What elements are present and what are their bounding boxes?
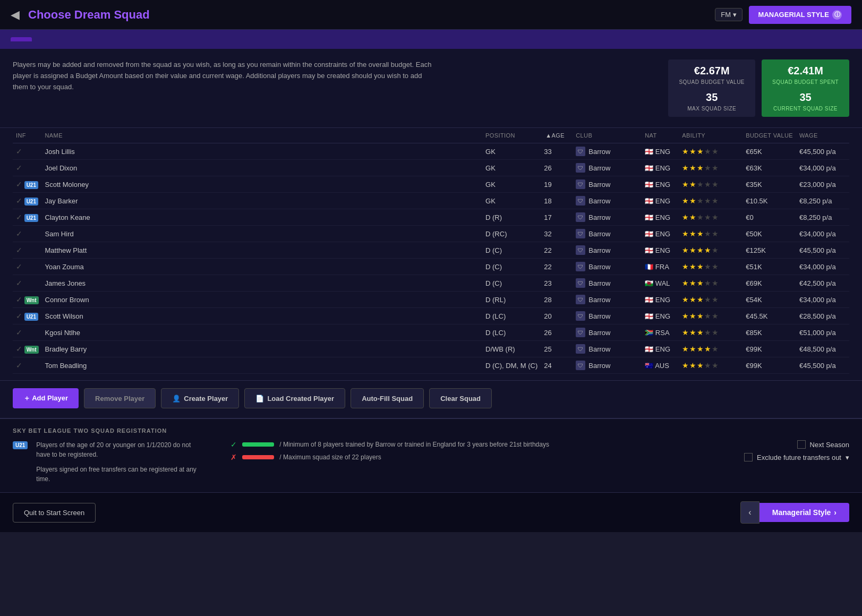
player-budget-value: €65K — [742, 143, 796, 160]
col-header-ability[interactable]: ABILITY — [679, 128, 742, 143]
sub-bar-tab[interactable] — [11, 37, 32, 41]
player-position: D (LC) — [482, 308, 541, 324]
load-created-player-button[interactable]: 📄 Load Created Player — [244, 388, 345, 408]
player-nationality: 🏴󠁧󠁢󠁥󠁮󠁧󠁿 ENG — [642, 160, 679, 176]
fm-menu-button[interactable]: FM ▾ — [715, 8, 742, 21]
header-left: ◀ Choose Dream Squad — [11, 8, 150, 22]
player-budget-value: €10.5K — [742, 193, 796, 209]
player-wage: €51,000 p/a — [796, 324, 849, 341]
player-budget-value: €35K — [742, 176, 796, 193]
player-age: 22 — [541, 242, 573, 259]
club-shield-icon: 🛡 — [576, 361, 585, 370]
next-season-checkbox[interactable] — [797, 440, 806, 449]
player-club: 🛡 Barrow — [573, 292, 642, 308]
player-ability: ★★★★★ — [679, 160, 742, 176]
player-table-section: INF NAME POSITION ▲AGE CLUB NAT ABILITY … — [0, 128, 862, 380]
player-budget-value: €99K — [742, 341, 796, 357]
player-budget-value: €50K — [742, 226, 796, 242]
squad-budget-value-label: SQUAD BUDGET VALUE — [679, 79, 745, 85]
table-row[interactable]: ✓ Joel Dixon GK 26 🛡 Barrow 🏴󠁧󠁢󠁥󠁮󠁧󠁿 ENG … — [13, 160, 849, 176]
player-name: Bradley Barry — [42, 341, 483, 357]
table-row[interactable]: ✓ James Jones D (C) 23 🛡 Barrow 🏴󠁧󠁢󠁷󠁬󠁳󠁿 … — [13, 275, 849, 292]
remove-player-button[interactable]: Remove Player — [84, 388, 156, 408]
back-button[interactable]: ◀ — [11, 8, 20, 22]
player-ability: ★★★★★ — [679, 292, 742, 308]
check-icon: ✓ — [16, 196, 22, 205]
club-name: Barrow — [588, 345, 610, 353]
auto-fill-squad-button[interactable]: Auto-Fill Squad — [351, 388, 424, 408]
player-position: GK — [482, 176, 541, 193]
player-ability: ★★★★★ — [679, 357, 742, 374]
col-header-age[interactable]: ▲AGE — [541, 128, 573, 143]
table-row[interactable]: ✓ U21 Jay Barker GK 18 🛡 Barrow 🏴󠁧󠁢󠁥󠁮󠁧󠁿 … — [13, 193, 849, 209]
player-name: Joel Dixon — [42, 160, 483, 176]
club-name: Barrow — [588, 279, 610, 287]
club-name: Barrow — [588, 230, 610, 238]
player-wage: €34,000 p/a — [796, 226, 849, 242]
table-row[interactable]: ✓ U21 Scott Moloney GK 19 🛡 Barrow 🏴󠁧󠁢󠁥󠁮… — [13, 176, 849, 193]
create-player-button[interactable]: 👤 Create Player — [161, 388, 239, 408]
player-age: 24 — [541, 357, 573, 374]
player-age: 28 — [541, 292, 573, 308]
managerial-style-nav-button[interactable]: Managerial Style › — [759, 503, 849, 522]
check-icon: ✓ — [16, 328, 22, 337]
managerial-style-header-label: MANAGERIAL STYLE — [758, 11, 829, 19]
club-shield-icon: 🛡 — [576, 196, 585, 206]
add-player-button[interactable]: ＋ Add Player — [13, 388, 79, 408]
exclude-transfers-checkbox[interactable] — [744, 453, 753, 461]
table-row[interactable]: ✓ Josh Lillis GK 33 🛡 Barrow 🏴󠁧󠁢󠁥󠁮󠁧󠁿 ENG… — [13, 143, 849, 160]
club-shield-icon: 🛡 — [576, 311, 585, 321]
player-nationality: 🏴󠁧󠁢󠁥󠁮󠁧󠁿 ENG — [642, 341, 679, 357]
player-club: 🛡 Barrow — [573, 324, 642, 341]
check-icon: ✓ — [16, 279, 22, 287]
condition-2-x-icon: ✗ — [231, 453, 237, 461]
player-budget-value: €0 — [742, 209, 796, 226]
col-header-budget-value[interactable]: BUDGET VALUE — [742, 128, 796, 143]
row-check: ✓ U21 — [13, 176, 42, 193]
table-row[interactable]: ✓ U21 Scott Wilson D (LC) 20 🛡 Barrow 🏴󠁧… — [13, 308, 849, 324]
expand-icon[interactable]: ▾ — [846, 454, 849, 461]
player-club: 🛡 Barrow — [573, 176, 642, 193]
player-ability: ★★★★★ — [679, 209, 742, 226]
next-season-label: Next Season — [810, 441, 849, 449]
col-header-position[interactable]: POSITION — [482, 128, 541, 143]
table-row[interactable]: ✓ Yoan Zouma D (C) 22 🛡 Barrow 🇫🇷 FRA ★★… — [13, 259, 849, 275]
col-header-wage[interactable]: WAGE — [796, 128, 849, 143]
quit-button[interactable]: Quit to Start Screen — [13, 503, 96, 523]
club-shield-icon: 🛡 — [576, 262, 585, 271]
load-player-icon: 📄 — [255, 395, 264, 403]
clear-squad-button[interactable]: Clear Squad — [429, 388, 492, 408]
player-club: 🛡 Barrow — [573, 226, 642, 242]
check-icon: ✓ — [16, 180, 22, 189]
nav-arrow-icon: › — [834, 508, 837, 517]
table-row[interactable]: ✓ Kgosi Ntlhe D (LC) 26 🛡 Barrow 🇿🇦 RSA … — [13, 324, 849, 341]
managerial-style-header-button[interactable]: MANAGERIAL STYLE ⓘ — [749, 6, 851, 24]
table-row[interactable]: ✓ Tom Beadling D (C), DM, M (C) 24 🛡 Bar… — [13, 357, 849, 374]
col-header-nat[interactable]: NAT — [642, 128, 679, 143]
table-row[interactable]: ✓ Wnt Connor Brown D (RL) 28 🛡 Barrow 🏴󠁧… — [13, 292, 849, 308]
player-age: 23 — [541, 275, 573, 292]
row-check: ✓ — [13, 226, 42, 242]
row-check: ✓ — [13, 160, 42, 176]
col-header-club[interactable]: CLUB — [573, 128, 642, 143]
club-name: Barrow — [588, 164, 610, 172]
player-ability: ★★★★★ — [679, 308, 742, 324]
club-name: Barrow — [588, 148, 610, 156]
table-row[interactable]: ✓ Sam Hird D (RC) 32 🛡 Barrow 🏴󠁧󠁢󠁥󠁮󠁧󠁿 EN… — [13, 226, 849, 242]
col-header-inf: INF — [13, 128, 42, 143]
player-position: D (C), DM, M (C) — [482, 357, 541, 374]
club-shield-icon: 🛡 — [576, 278, 585, 288]
player-age: 32 — [541, 226, 573, 242]
col-header-name[interactable]: NAME — [42, 128, 483, 143]
table-row[interactable]: ✓ Wnt Bradley Barry D/WB (R) 25 🛡 Barrow… — [13, 341, 849, 357]
row-check: ✓ — [13, 242, 42, 259]
table-row[interactable]: ✓ U21 Clayton Keane D (R) 17 🛡 Barrow 🏴󠁧… — [13, 209, 849, 226]
nav-prev-button[interactable]: ‹ — [740, 501, 759, 524]
player-wage: €8,250 p/a — [796, 193, 849, 209]
player-table: INF NAME POSITION ▲AGE CLUB NAT ABILITY … — [13, 128, 849, 374]
condition-2-text: / Maximum squad size of 22 players — [279, 454, 381, 461]
player-position: D (RL) — [482, 292, 541, 308]
player-name: Scott Moloney — [42, 176, 483, 193]
club-name: Barrow — [588, 213, 610, 221]
table-row[interactable]: ✓ Matthew Platt D (C) 22 🛡 Barrow 🏴󠁧󠁢󠁥󠁮󠁧… — [13, 242, 849, 259]
